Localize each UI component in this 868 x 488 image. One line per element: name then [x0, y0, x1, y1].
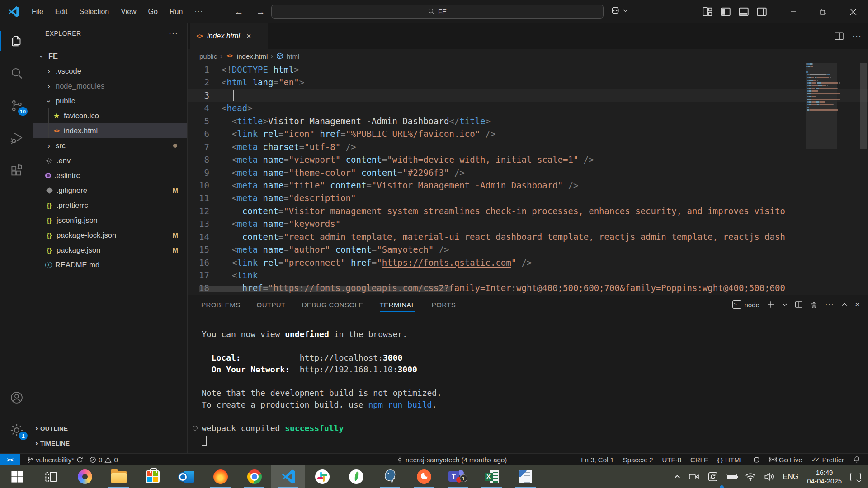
tree-item--prettierrc[interactable]: {}.prettierrc [33, 198, 187, 213]
taskbar-slack-icon[interactable] [305, 465, 339, 488]
taskbar-copilot-icon[interactable] [68, 465, 102, 488]
tree-item--vscode[interactable]: ›.vscode [33, 64, 187, 79]
status-eol[interactable]: CRLF [687, 454, 711, 465]
taskbar-chrome-icon[interactable] [237, 465, 271, 488]
code-line-4[interactable]: 4<head> [188, 102, 868, 114]
taskbar-teams-icon[interactable]: T1 [441, 465, 475, 488]
terminal-shell-chip[interactable]: >_ node [732, 300, 760, 309]
status-indentation[interactable]: Spaces: 2 [620, 454, 656, 465]
toggle-secondary-sidebar-icon[interactable] [756, 6, 768, 18]
menu-view[interactable]: View [115, 5, 142, 19]
status-encoding[interactable]: UTF-8 [659, 454, 685, 465]
code-line-11[interactable]: 11 <meta name="description" [188, 192, 868, 204]
menu-more[interactable]: ··· [189, 5, 209, 19]
toggle-primary-sidebar-icon[interactable] [720, 6, 731, 18]
tree-item--env[interactable]: .env [33, 153, 187, 168]
code-line-13[interactable]: 13 <meta name="keywords" [188, 217, 868, 230]
status-copilot-status[interactable] [750, 454, 764, 465]
taskbar-task-view-icon[interactable] [34, 465, 68, 488]
split-terminal-icon[interactable] [795, 300, 803, 309]
tree-item-src[interactable]: ›src [33, 138, 187, 153]
code-line-3[interactable]: 3 [188, 89, 868, 102]
tree-item-package-lock-json[interactable]: {}package-lock.jsonM [33, 228, 187, 243]
copilot-button[interactable] [610, 5, 628, 15]
split-editor-icon[interactable] [834, 31, 844, 41]
code-line-6[interactable]: 6 <link rel="icon" href="%PUBLIC_URL%/fa… [188, 127, 868, 140]
account-icon[interactable] [0, 384, 33, 411]
volume-icon[interactable] [760, 465, 779, 488]
hidden-icons-chevron[interactable] [670, 465, 685, 488]
new-terminal-icon[interactable] [767, 300, 775, 309]
outline-section[interactable]: › OUTLINE [33, 421, 187, 436]
code-line-9[interactable]: 9 <meta name="theme-color" content="#229… [188, 166, 868, 179]
code-editor[interactable]: 1<!DOCTYPE html>2<html lang="en">34<head… [188, 63, 868, 295]
kill-terminal-icon[interactable] [810, 301, 818, 309]
terminal-dropdown-icon[interactable] [782, 302, 788, 307]
tab-index-html[interactable]: <> index.html × [190, 23, 268, 49]
branch-indicator[interactable]: vulnerability* [24, 454, 86, 465]
menu-file[interactable]: File [26, 5, 49, 19]
clock[interactable]: 16:49 04-04-2025 [802, 468, 846, 485]
vertical-scrollbar[interactable] [860, 63, 867, 149]
code-line-14[interactable]: 14 content="react admin template, materi… [188, 230, 868, 243]
minimize-button[interactable] [778, 0, 808, 23]
breadcrumb-folder[interactable]: public [199, 52, 217, 60]
extensions-icon[interactable] [0, 157, 33, 184]
code-line-1[interactable]: 1<!DOCTYPE html> [188, 63, 868, 76]
toggle-panel-icon[interactable] [738, 6, 750, 18]
language-indicator[interactable]: ENG [779, 465, 803, 488]
panel-tab-output[interactable]: OUTPUT [257, 295, 286, 314]
menu-go[interactable]: Go [142, 5, 164, 19]
taskbar-notepad-icon[interactable] [509, 465, 542, 488]
menu-edit[interactable]: Edit [49, 5, 74, 19]
search-view-icon[interactable] [0, 60, 33, 87]
code-line-15[interactable]: 15 <meta name="author" content="Samyotec… [188, 243, 868, 256]
taskbar-vscode-icon[interactable] [271, 465, 305, 488]
tree-item-public[interactable]: ›public [33, 94, 187, 108]
source-control-icon[interactable]: 10 [0, 92, 33, 119]
run-debug-icon[interactable] [0, 125, 33, 152]
status-formatter-prettier[interactable]: ✓✓Prettier [808, 454, 848, 465]
menu-run[interactable]: Run [164, 5, 189, 19]
close-panel-icon[interactable]: × [855, 300, 860, 310]
notification-center-icon[interactable] [846, 465, 868, 488]
panel-tab-terminal[interactable]: TERMINAL [380, 295, 415, 314]
code-line-10[interactable]: 10 <meta name="title" content="Visitor M… [188, 179, 868, 192]
code-line-8[interactable]: 8 <meta name="viewport" content="width=d… [188, 153, 868, 166]
tree-item-package-json[interactable]: {}package.jsonM [33, 243, 187, 258]
windows-update-icon[interactable] [704, 465, 722, 488]
customize-layout-icon[interactable] [702, 6, 713, 18]
panel-tab-ports[interactable]: PORTS [432, 295, 456, 314]
tree-item-fe[interactable]: ›FE [33, 49, 187, 64]
tree-item-favicon-ico[interactable]: ★favicon.ico [33, 108, 187, 123]
command-center-search[interactable]: FE [271, 5, 604, 19]
code-line-2[interactable]: 2<html lang="en"> [188, 76, 868, 89]
problems-indicator[interactable]: 0 0 [86, 454, 121, 465]
tree-item-index-html[interactable]: <>index.html [33, 123, 187, 138]
commit-info[interactable]: neeraj-samyotech (4 months ago) [393, 454, 510, 465]
tree-item--gitignore[interactable]: .gitignoreM [33, 183, 187, 198]
panel-more-actions-icon[interactable]: ··· [825, 300, 834, 309]
breadcrumb-file[interactable]: index.html [237, 52, 268, 60]
timeline-section[interactable]: › TIMELINE [33, 436, 187, 450]
code-line-16[interactable]: 16 <link rel="preconnect" href="https://… [188, 256, 868, 269]
explorer-more-actions[interactable]: ··· [169, 29, 178, 38]
horizontal-scrollbar[interactable] [199, 286, 451, 292]
camera-icon[interactable] [685, 465, 704, 488]
minimap-slider[interactable] [806, 63, 837, 149]
maximize-panel-icon[interactable] [841, 301, 848, 308]
code-line-12[interactable]: 12 content="Visitor management system st… [188, 205, 868, 217]
remote-indicator[interactable]: >< [0, 454, 20, 465]
status-notifications[interactable] [850, 454, 863, 465]
tree-item-readme-md[interactable]: iREADME.md [33, 258, 187, 272]
status-cursor-position[interactable]: Ln 3, Col 1 [578, 454, 617, 465]
restore-button[interactable] [808, 0, 838, 23]
settings-gear-icon[interactable]: 1 [0, 417, 33, 444]
taskbar-file-explorer-icon[interactable] [102, 465, 136, 488]
tab-close-icon[interactable]: × [246, 32, 251, 41]
taskbar-outlook-icon[interactable] [170, 465, 203, 488]
taskbar-postgresql-icon[interactable] [373, 465, 407, 488]
tree-item-node-modules[interactable]: ›node_modules [33, 79, 187, 94]
status-go-live[interactable]: Go Live [766, 454, 806, 465]
taskbar-microsoft-store-icon[interactable] [136, 465, 170, 488]
